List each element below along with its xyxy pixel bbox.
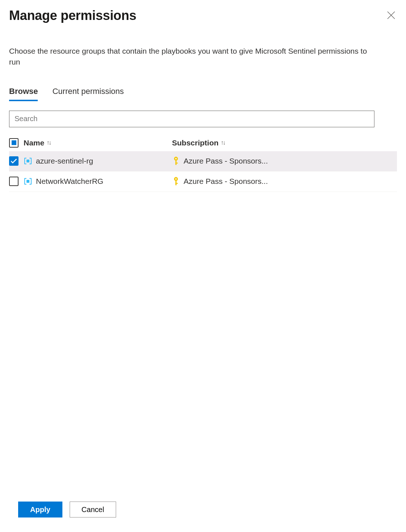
row-checkbox[interactable] bbox=[9, 177, 19, 186]
panel-header: Manage permissions bbox=[9, 8, 397, 23]
cell-subscription: Azure Pass - Sponsors... bbox=[172, 156, 397, 166]
tabs: Browse Current permissions bbox=[9, 87, 397, 101]
manage-permissions-panel: Manage permissions Choose the resource g… bbox=[0, 0, 406, 532]
column-header-subscription[interactable]: Subscription ↑↓ bbox=[172, 139, 397, 147]
cell-name: azure-sentinel-rg bbox=[24, 157, 167, 165]
row-name-label: NetworkWatcherRG bbox=[36, 177, 103, 186]
table-row[interactable]: azure-sentinel-rg Azure Pass - Sponsors.… bbox=[9, 151, 397, 172]
checkmark-icon bbox=[11, 158, 17, 164]
row-checkbox[interactable] bbox=[9, 156, 19, 166]
row-subscription-label: Azure Pass - Sponsors... bbox=[184, 177, 268, 186]
svg-point-4 bbox=[175, 158, 177, 160]
tab-browse[interactable]: Browse bbox=[9, 87, 38, 101]
column-header-name-label: Name bbox=[24, 139, 44, 147]
resource-group-icon bbox=[24, 177, 32, 186]
svg-rect-11 bbox=[175, 183, 178, 184]
table-row[interactable]: NetworkWatcherRG Azure Pass - Sponsors..… bbox=[9, 172, 397, 192]
svg-point-9 bbox=[175, 178, 177, 180]
panel-title: Manage permissions bbox=[9, 8, 136, 23]
row-subscription-label: Azure Pass - Sponsors... bbox=[184, 157, 268, 165]
resource-group-table: Name ↑↓ Subscription ↑↓ azure-sentinel-r… bbox=[9, 138, 397, 192]
key-icon bbox=[172, 177, 180, 186]
panel-description: Choose the resource groups that contain … bbox=[9, 46, 372, 68]
table-header-row: Name ↑↓ Subscription ↑↓ bbox=[9, 138, 397, 151]
key-icon bbox=[172, 156, 180, 166]
svg-rect-2 bbox=[26, 160, 29, 162]
column-header-name[interactable]: Name ↑↓ bbox=[24, 139, 167, 147]
panel-footer: Apply Cancel bbox=[9, 496, 397, 532]
sort-icon: ↑↓ bbox=[46, 139, 50, 147]
cancel-button[interactable]: Cancel bbox=[70, 502, 116, 517]
cell-name: NetworkWatcherRG bbox=[24, 177, 167, 186]
select-all-checkbox[interactable] bbox=[9, 138, 19, 148]
cell-subscription: Azure Pass - Sponsors... bbox=[172, 177, 397, 186]
svg-rect-6 bbox=[175, 163, 178, 164]
search-input[interactable] bbox=[9, 111, 374, 127]
row-name-label: azure-sentinel-rg bbox=[36, 157, 93, 165]
apply-button[interactable]: Apply bbox=[18, 502, 62, 517]
sort-icon: ↑↓ bbox=[221, 139, 225, 147]
tab-current-permissions[interactable]: Current permissions bbox=[52, 87, 124, 101]
column-header-subscription-label: Subscription bbox=[172, 139, 218, 147]
svg-rect-7 bbox=[26, 180, 29, 183]
close-icon[interactable] bbox=[387, 8, 397, 21]
resource-group-icon bbox=[24, 157, 32, 165]
